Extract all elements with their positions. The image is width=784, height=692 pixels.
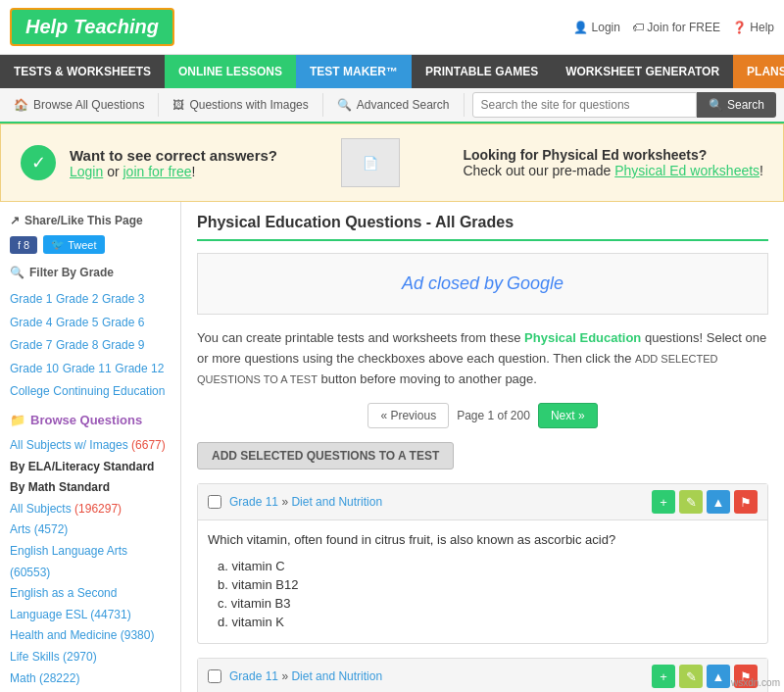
q-category-1: Grade 11 » Diet and Nutrition bbox=[229, 495, 382, 509]
nav-testmaker[interactable]: Test Maker™ bbox=[296, 55, 412, 88]
esl-link[interactable]: English as a Second Language ESL (44731) bbox=[10, 583, 171, 625]
edit-question-1-btn[interactable]: ✎ bbox=[679, 490, 703, 514]
diet-nutrition-link-q1[interactable]: Diet and Nutrition bbox=[291, 495, 382, 509]
join-banner-link[interactable]: join for free bbox=[123, 164, 192, 179]
previous-button[interactable]: « Previous bbox=[368, 403, 449, 428]
join-link[interactable]: 🏷 Join for FREE bbox=[632, 21, 720, 34]
grade-8-link[interactable]: Grade 8 bbox=[56, 338, 98, 352]
grade-6-link[interactable]: Grade 6 bbox=[102, 316, 144, 329]
diet-nutrition-link-q2[interactable]: Diet and Nutrition bbox=[291, 669, 382, 683]
question-header-1: Grade 11 » Diet and Nutrition + ✎ ▲ ⚑ bbox=[198, 484, 767, 520]
search-button[interactable]: 🔍 Search bbox=[697, 92, 776, 118]
with-images-label: Questions with Images bbox=[189, 98, 308, 112]
q-header-left-1: Grade 11 » Diet and Nutrition bbox=[208, 495, 382, 509]
search-btn-label: Search bbox=[727, 98, 764, 112]
nav-tests[interactable]: Tests & Worksheets bbox=[0, 55, 165, 88]
check-icon: ✓ bbox=[21, 145, 56, 180]
share-title: ↗ Share/Like This Page bbox=[10, 214, 171, 227]
continuing-ed-link[interactable]: Continuing Education bbox=[53, 384, 165, 398]
life-skills-link[interactable]: Life Skills (2970) bbox=[10, 647, 171, 668]
grade-7-link[interactable]: Grade 7 bbox=[10, 338, 52, 352]
add-question-1-btn[interactable]: + bbox=[652, 490, 675, 514]
browse-icon: 🏠 bbox=[14, 98, 28, 112]
q-actions-1: + ✎ ▲ ⚑ bbox=[652, 490, 758, 514]
ela-link[interactable]: English Language Arts (60553) bbox=[10, 541, 171, 583]
banner-image: 📄 bbox=[341, 138, 400, 187]
add-test-button[interactable]: Add Selected Questions to a Test bbox=[197, 442, 454, 470]
q-header-left-2: Grade 11 » Diet and Nutrition bbox=[208, 669, 382, 683]
ad-box: Ad closed by Google bbox=[197, 253, 768, 315]
physed-worksheets-link[interactable]: Physical Ed worksheets bbox=[614, 163, 760, 178]
health-medicine-link[interactable]: Health and Medicine (9380) bbox=[10, 625, 171, 647]
question-checkbox-2[interactable] bbox=[208, 669, 221, 683]
browse-all-label: Browse All Questions bbox=[33, 98, 144, 112]
browse-all-btn[interactable]: 🏠 Browse All Questions bbox=[0, 93, 159, 117]
grade-2-link[interactable]: Grade 2 bbox=[56, 292, 98, 306]
grade-5-link[interactable]: Grade 5 bbox=[56, 316, 98, 329]
grade-12-link[interactable]: Grade 12 bbox=[115, 362, 164, 375]
twitter-icon: 🐦 bbox=[51, 238, 65, 251]
grade-1-link[interactable]: Grade 1 bbox=[10, 292, 52, 306]
grade-11-link-q1[interactable]: Grade 11 bbox=[229, 495, 278, 509]
help-link[interactable]: ❓ Help bbox=[732, 21, 774, 34]
question-checkbox-1[interactable] bbox=[208, 495, 221, 509]
page-heading: Physical Education Questions - All Grade… bbox=[197, 214, 768, 241]
flag-question-1-btn[interactable]: ⚑ bbox=[734, 490, 758, 514]
answer-list-1: a. vitamin C b. vitamin B12 c. vitamin B… bbox=[208, 557, 758, 631]
browse-questions-title: 📁 Browse Questions bbox=[10, 413, 171, 427]
all-subjects-link[interactable]: All Subjects (196297) bbox=[10, 499, 171, 520]
banner-title: Want to see correct answers? bbox=[70, 147, 277, 164]
desc-text-1: You can create printable tests and works… bbox=[197, 330, 524, 345]
sidebar: ↗ Share/Like This Page f 8 🐦 Tweet 🔍 Fil… bbox=[0, 202, 181, 692]
fb-count: 8 bbox=[24, 239, 29, 251]
banner-right: Looking for Physical Ed worksheets? Chec… bbox=[463, 147, 763, 178]
grade-3-link[interactable]: Grade 3 bbox=[102, 292, 144, 306]
tweet-button[interactable]: 🐦 Tweet bbox=[43, 235, 104, 254]
grade-10-link[interactable]: Grade 10 bbox=[10, 362, 59, 375]
nav-lessons[interactable]: Online Lessons bbox=[165, 55, 296, 88]
watermark: wsxdn.com bbox=[731, 677, 780, 688]
math-standard-link[interactable]: By Math Standard bbox=[10, 477, 171, 499]
grade-11-link-q2[interactable]: Grade 11 bbox=[229, 669, 278, 683]
grade-9-link[interactable]: Grade 9 bbox=[102, 338, 144, 352]
browse-icon-sidebar: 📁 bbox=[10, 413, 25, 427]
share-area: ↗ Share/Like This Page f 8 🐦 Tweet bbox=[10, 214, 171, 254]
login-link[interactable]: 👤 Login bbox=[573, 21, 620, 34]
add-question-2-btn[interactable]: + bbox=[652, 665, 675, 688]
advanced-search-btn[interactable]: 🔍 Advanced Search bbox=[323, 93, 465, 117]
share-buttons: f 8 🐦 Tweet bbox=[10, 235, 171, 254]
search-input[interactable] bbox=[472, 92, 697, 118]
answer-1b: b. vitamin B12 bbox=[218, 575, 758, 594]
login-banner-link[interactable]: Login bbox=[70, 164, 103, 179]
nav-worksheet[interactable]: Worksheet Generator bbox=[552, 55, 733, 88]
grade-filter-title: 🔍 Filter By Grade bbox=[10, 266, 171, 279]
search-input-wrap: 🔍 Search bbox=[472, 92, 776, 118]
grade-4-link[interactable]: Grade 4 bbox=[10, 316, 52, 329]
ela-standard-link[interactable]: By ELA/Literacy Standard bbox=[10, 457, 171, 478]
advanced-label: Advanced Search bbox=[357, 98, 450, 112]
page-body: ↗ Share/Like This Page f 8 🐦 Tweet 🔍 Fil… bbox=[0, 202, 784, 692]
search-btn-icon: 🔍 bbox=[709, 98, 723, 112]
main-nav: Tests & Worksheets Online Lessons Test M… bbox=[0, 55, 784, 88]
question-card-1: Grade 11 » Diet and Nutrition + ✎ ▲ ⚑ Wh… bbox=[197, 483, 768, 644]
nav-games[interactable]: Printable Games bbox=[412, 55, 552, 88]
all-subjects-images-link[interactable]: All Subjects w/ Images (6677) bbox=[10, 435, 171, 457]
nav-pricing[interactable]: Plans & Pricing bbox=[733, 55, 784, 88]
ad-brand: Google bbox=[507, 273, 564, 293]
facebook-like-btn[interactable]: f 8 bbox=[10, 236, 37, 254]
up-question-1-btn[interactable]: ▲ bbox=[707, 490, 730, 514]
edit-question-2-btn[interactable]: ✎ bbox=[679, 665, 703, 688]
up-question-2-btn[interactable]: ▲ bbox=[707, 665, 730, 688]
grade-11-link[interactable]: Grade 11 bbox=[63, 362, 112, 375]
next-button[interactable]: Next » bbox=[538, 403, 598, 428]
advanced-icon: 🔍 bbox=[337, 98, 352, 112]
banner: ✓ Want to see correct answers? Login or … bbox=[0, 124, 784, 202]
arts-link[interactable]: Arts (4572) bbox=[10, 519, 171, 541]
math-link[interactable]: Math (28222) bbox=[10, 668, 171, 690]
question-header-2: Grade 11 » Diet and Nutrition + ✎ ▲ ⚑ bbox=[198, 659, 767, 692]
college-link[interactable]: College bbox=[10, 384, 50, 398]
with-images-btn[interactable]: 🖼 Questions with Images bbox=[159, 93, 322, 117]
desc-subject: Physical Education bbox=[524, 330, 641, 345]
filter-icon: 🔍 bbox=[10, 266, 24, 279]
image-icon: 🖼 bbox=[172, 98, 184, 112]
